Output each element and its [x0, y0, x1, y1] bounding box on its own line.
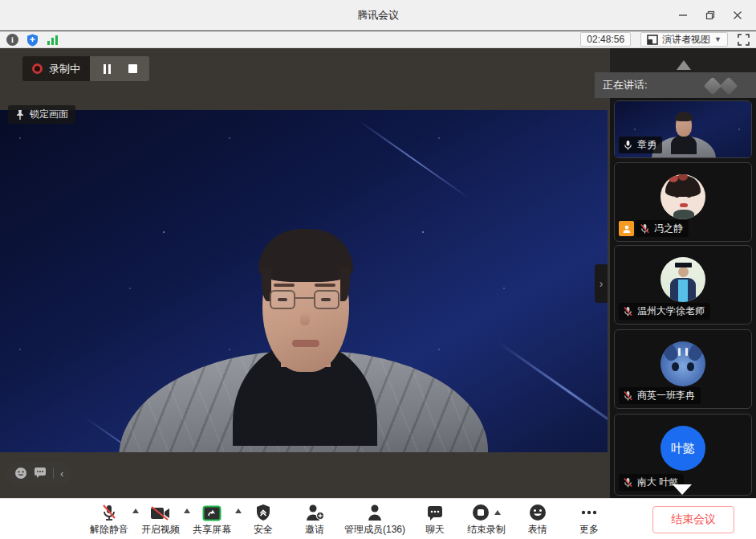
recording-status-pill: 录制中	[22, 56, 149, 81]
more-button[interactable]: 更多	[563, 502, 615, 537]
camera-off-icon	[150, 504, 171, 521]
network-signal-icon[interactable]	[47, 35, 59, 46]
bottom-toolbar: 解除静音 开启视频 共享屏	[0, 498, 756, 539]
view-mode-label: 演讲者视图	[662, 33, 710, 47]
participant-avatar	[660, 174, 705, 219]
members-icon	[366, 504, 384, 521]
collapse-chevron-left-icon[interactable]: ‹	[60, 468, 63, 479]
recording-options-caret[interactable]	[494, 510, 501, 515]
view-mode-selector[interactable]: 演讲者视图 ▼	[640, 32, 728, 47]
fullscreen-button[interactable]	[738, 34, 750, 46]
restore-button[interactable]	[697, 3, 724, 27]
speaker-portrait	[0, 110, 608, 452]
participant-tile[interactable]: 商英一班李冉	[614, 329, 752, 409]
participant-tile[interactable]: 叶懿 南大 叶懿	[614, 414, 752, 496]
participant-avatar	[660, 341, 705, 386]
share-screen-icon	[202, 504, 222, 521]
unmute-button[interactable]: 解除静音	[83, 502, 135, 537]
stop-recording-icon	[472, 504, 490, 521]
sidebar-expand-handle[interactable]: ›	[595, 264, 608, 303]
chat-button[interactable]: 聊天	[409, 502, 461, 537]
lock-view-label: 锁定画面	[30, 108, 68, 121]
meeting-window: 腾讯会议 i	[0, 0, 756, 539]
pause-recording-button[interactable]	[96, 59, 117, 78]
main-speaker-video[interactable]	[0, 110, 608, 452]
mic-muted-icon	[623, 306, 633, 317]
mic-muted-icon	[101, 504, 117, 521]
scroll-up-arrow-icon[interactable]	[677, 60, 691, 70]
emoji-icon[interactable]	[14, 467, 27, 480]
emoji-button[interactable]: 表情	[512, 502, 563, 537]
scroll-down-arrow-icon[interactable]	[673, 484, 692, 495]
layout-icon	[647, 35, 658, 45]
pause-icon	[104, 64, 111, 74]
window-title: 腾讯会议	[0, 8, 756, 22]
invite-button[interactable]: 邀请	[289, 502, 340, 537]
participant-avatar	[660, 257, 705, 302]
stop-icon	[128, 64, 137, 73]
avatar-initials: 叶懿	[671, 441, 695, 456]
participant-name: 冯之静	[654, 222, 683, 235]
participant-tile[interactable]: 章勇	[614, 100, 752, 158]
title-bar: 腾讯会议	[0, 0, 756, 31]
mic-muted-icon	[640, 223, 650, 235]
end-recording-button[interactable]: 结束录制	[461, 502, 512, 537]
chat-bubble-icon	[426, 504, 444, 521]
invite-person-icon	[305, 504, 324, 521]
participant-name: 温州大学徐老师	[637, 304, 705, 318]
divider	[53, 468, 54, 479]
now-speaking-label: 正在讲话:	[603, 78, 648, 92]
security-button[interactable]: 安全	[238, 502, 289, 537]
participant-name: 章勇	[637, 138, 656, 152]
meeting-info-strip: i 02:48:56 演讲者视图 ▼	[0, 31, 756, 48]
participant-name: 商英一班李冉	[637, 389, 695, 402]
participant-avatar: 叶懿	[660, 426, 705, 471]
close-button[interactable]	[724, 3, 751, 27]
share-screen-button[interactable]: 共享屏幕	[186, 502, 238, 537]
chevron-down-icon: ▼	[714, 35, 721, 43]
more-dots-icon	[579, 504, 599, 521]
meeting-info-icon[interactable]: i	[6, 34, 18, 46]
mic-on-icon	[623, 140, 633, 151]
participant-tile[interactable]: 温州大学徐老师	[614, 245, 752, 325]
minimize-button[interactable]	[669, 3, 697, 27]
end-meeting-button[interactable]: 结束会议	[652, 506, 734, 533]
stop-recording-button[interactable]	[122, 59, 143, 78]
participant-tile[interactable]: 冯之静	[614, 162, 752, 242]
emoji-face-icon	[529, 504, 547, 521]
now-speaking-bar: 正在讲话:	[595, 72, 756, 98]
recording-dot-icon	[32, 63, 43, 74]
meeting-timer: 02:48:56	[580, 32, 631, 47]
lock-view-button[interactable]: 锁定画面	[8, 105, 75, 124]
pin-icon	[15, 109, 25, 120]
start-video-button[interactable]: 开启视频	[135, 502, 186, 537]
quick-reaction-bar: ‹	[6, 462, 71, 484]
member-badge-icon	[619, 221, 634, 236]
mic-muted-icon	[623, 390, 633, 402]
security-shield-icon[interactable]	[26, 34, 39, 47]
recording-label: 录制中	[49, 62, 80, 76]
meeting-logo-watermark	[703, 78, 751, 94]
manage-members-button[interactable]: 管理成员(136)	[340, 502, 409, 537]
mic-muted-icon	[623, 477, 633, 488]
chat-bubble-icon[interactable]	[34, 468, 47, 479]
security-shield-icon	[255, 504, 271, 521]
